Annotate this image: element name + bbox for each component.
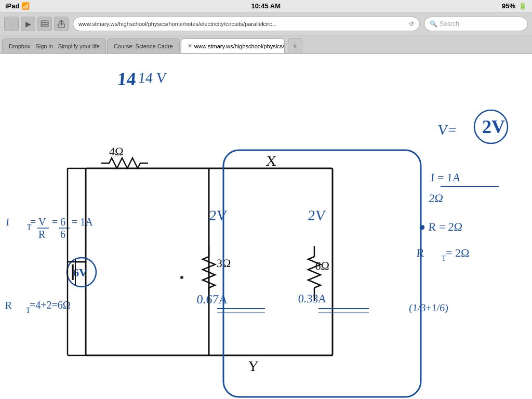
svg-rect-0 [41, 21, 48, 22]
svg-text:=4+2=6Ω: =4+2=6Ω [30, 299, 71, 311]
svg-text:2V: 2V [482, 116, 505, 137]
battery-icon: 🔋 [518, 2, 527, 10]
svg-text:6: 6 [60, 216, 65, 228]
svg-rect-1 [41, 23, 48, 24]
tab-stmary[interactable]: ✕ www.stmary.ws/highschool/physics/home/… [181, 38, 285, 53]
url-text: www.stmary.ws/highschool/physics/home/no… [78, 21, 277, 27]
svg-text:I: I [6, 216, 10, 228]
tab-label-science: Course: Science Cadre [114, 43, 173, 49]
svg-text:=: = [52, 216, 58, 228]
content-area: 14 14 V 4Ω X Y 6V I T = V R = 6 6 = 1A [0, 54, 532, 399]
svg-text:2Ω: 2Ω [429, 192, 444, 205]
svg-text:R: R [5, 299, 12, 311]
device-label: iPad [5, 2, 19, 10]
share-button[interactable] [54, 17, 69, 31]
svg-text:V=: V= [437, 122, 457, 138]
bookmark-button[interactable] [37, 17, 52, 31]
svg-text:I = 1A: I = 1A [430, 171, 461, 184]
tab-science[interactable]: Course: Science Cadre [107, 38, 180, 53]
tab-dropbox[interactable]: Dropbox - Sign in - Simplify your life [2, 38, 106, 53]
svg-text:X: X [265, 153, 277, 169]
svg-text:= 2Ω: = 2Ω [446, 246, 469, 259]
svg-text:R: R [38, 229, 46, 240]
svg-text:6: 6 [60, 229, 65, 240]
svg-text:14: 14 [116, 69, 137, 89]
svg-text:(1/3+1/6): (1/3+1/6) [408, 302, 449, 314]
svg-text:2V: 2V [208, 207, 228, 223]
tab-label-stmary: www.stmary.ws/highschool/physics/home/n.… [194, 43, 285, 49]
search-bar[interactable]: 🔍 Search [424, 17, 528, 31]
svg-text:4Ω: 4Ω [109, 145, 124, 158]
svg-text:0.33A: 0.33A [298, 292, 327, 305]
browser-chrome: ◀ ▶ www.stmary.ws/highschool/physics/hom… [0, 12, 532, 35]
battery-display: 95% [502, 2, 515, 10]
svg-text:Y: Y [247, 358, 259, 374]
new-tab-button[interactable]: + [288, 38, 302, 53]
reload-button[interactable]: ↺ [409, 20, 414, 28]
tab-bar: Dropbox - Sign in - Simplify your life C… [0, 35, 532, 54]
svg-point-60 [180, 276, 183, 279]
circuit-diagram: 14 14 V 4Ω X Y 6V I T = V R = 6 6 = 1A [0, 54, 532, 399]
svg-text:= 1A: = 1A [72, 216, 93, 228]
search-icon: 🔍 [430, 20, 437, 28]
status-bar: iPad 📶 10:45 AM 95% 🔋 [0, 0, 532, 12]
svg-text:=: = [30, 216, 36, 228]
url-bar[interactable]: www.stmary.ws/highschool/physics/home/no… [73, 17, 420, 31]
time-display: 10:45 AM [251, 2, 281, 10]
wifi-icon: 📶 [21, 2, 30, 10]
forward-button[interactable]: ▶ [21, 17, 35, 31]
back-button[interactable]: ◀ [4, 17, 19, 31]
svg-text:14 V: 14 V [138, 70, 167, 86]
tab-close-icon[interactable]: ✕ [188, 43, 192, 49]
svg-rect-2 [41, 25, 48, 26]
svg-text:2V: 2V [307, 207, 326, 223]
svg-text:R: R [416, 246, 424, 259]
svg-text:V: V [38, 216, 46, 228]
svg-text:● R = 2Ω: ● R = 2Ω [418, 220, 463, 233]
search-placeholder: Search [440, 20, 459, 28]
tab-label-dropbox: Dropbox - Sign in - Simplify your life [9, 43, 100, 49]
